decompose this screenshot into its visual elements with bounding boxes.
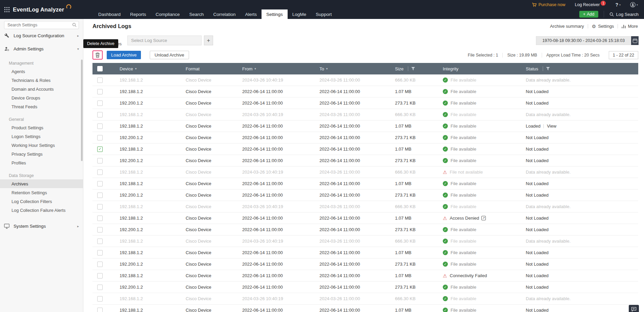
log-receiver-link[interactable]: Log Receiver 1 bbox=[575, 2, 606, 7]
column-header-device[interactable]: Device ▾ bbox=[107, 63, 174, 74]
table-row[interactable]: 192.168.1.2 Cisco Device 2024-03-26 10:4… bbox=[92, 293, 638, 305]
sidebar-item-device-groups[interactable]: Device Groups bbox=[0, 93, 83, 102]
sidebar-item-logon-settings[interactable]: Logon Settings bbox=[0, 132, 83, 141]
row-checkbox[interactable] bbox=[97, 147, 103, 152]
row-checkbox[interactable] bbox=[97, 285, 103, 290]
sidebar-item-retention-settings[interactable]: Retention Settings bbox=[0, 188, 83, 197]
search-settings-input[interactable] bbox=[4, 21, 79, 29]
chat-fab[interactable] bbox=[629, 305, 639, 312]
select-all-checkbox[interactable] bbox=[97, 66, 103, 71]
table-row[interactable]: 192.188.1.2 Cisco Device 2022-06-14 11:0… bbox=[92, 213, 638, 224]
delete-archive-button[interactable] bbox=[92, 50, 103, 60]
nav-tab-search[interactable]: Search bbox=[185, 9, 209, 19]
row-checkbox[interactable] bbox=[97, 101, 103, 106]
table-row[interactable]: 192.200.1.2 Cisco Device 2022-06-14 11:0… bbox=[92, 282, 638, 293]
add-log-source-button[interactable]: + bbox=[204, 36, 213, 45]
user-menu[interactable]: ▾ bbox=[630, 2, 638, 7]
nav-tab-support[interactable]: Support bbox=[311, 9, 336, 19]
nav-tab-alerts[interactable]: Alerts bbox=[240, 9, 262, 19]
table-row[interactable]: 192.188.1.2 Cisco Device 2022-06-14 11:0… bbox=[92, 178, 638, 190]
row-checkbox[interactable] bbox=[97, 204, 103, 209]
purchase-now-link[interactable]: Purchase now bbox=[532, 2, 565, 7]
table-row[interactable]: 192.168.1.2 Cisco Device 2024-03-26 10:4… bbox=[92, 74, 638, 86]
column-header-integrity[interactable]: Integrity bbox=[438, 63, 519, 74]
sidebar-item-archives[interactable]: Archives bbox=[0, 179, 83, 188]
sidebar-item-profiles[interactable]: Profiles bbox=[0, 158, 83, 167]
table-row[interactable]: 192.168.1.2 Cisco Device 2024-03-26 10:4… bbox=[92, 109, 638, 120]
row-checkbox[interactable] bbox=[97, 227, 103, 232]
help-menu[interactable]: ? ▾ bbox=[615, 2, 621, 7]
sidebar-item-threat-feeds[interactable]: Threat Feeds bbox=[0, 102, 83, 111]
sidebar-item-system-settings[interactable]: System Settings ▸ bbox=[0, 220, 83, 232]
nav-tab-dashboard[interactable]: Dashboard bbox=[94, 9, 125, 19]
external-link-icon[interactable]: ↗ bbox=[481, 216, 486, 220]
table-row[interactable]: 192.200.1.2 Cisco Device 2022-06-14 11:0… bbox=[92, 97, 638, 109]
row-checkbox[interactable] bbox=[97, 170, 103, 175]
sidebar-scrollbar[interactable] bbox=[81, 60, 83, 161]
nav-tab-settings[interactable]: Settings bbox=[262, 9, 288, 19]
row-checkbox[interactable] bbox=[97, 89, 103, 94]
sidebar-item-agents[interactable]: Agents bbox=[0, 67, 83, 76]
sidebar-item-technicians-roles[interactable]: Technicians & Roles bbox=[0, 76, 83, 85]
sidebar-item-domain-and-accounts[interactable]: Domain and Accounts bbox=[0, 85, 83, 93]
view-link[interactable]: View bbox=[547, 124, 556, 129]
sidebar-item-log-collection-failure-alerts[interactable]: Log Collection Failure Alerts bbox=[0, 206, 83, 215]
table-row[interactable]: 192.200.1.2 Cisco Device 2022-06-14 11:0… bbox=[92, 132, 638, 143]
table-row[interactable]: 192.168.1.2 Cisco Device 2024-03-26 10:4… bbox=[92, 236, 638, 247]
archive-summary-link[interactable]: Archive summary bbox=[550, 24, 584, 29]
row-checkbox[interactable] bbox=[97, 158, 103, 163]
settings-link[interactable]: ⚙ Settings bbox=[592, 24, 614, 29]
column-header-to[interactable]: To ▾ bbox=[308, 63, 385, 74]
row-checkbox[interactable] bbox=[97, 193, 103, 198]
add-button[interactable]: + Add bbox=[579, 11, 598, 18]
sidebar-item-log-collection-filters[interactable]: Log Collection Filters bbox=[0, 197, 83, 206]
row-checkbox[interactable] bbox=[97, 135, 103, 140]
column-header-size[interactable]: Size bbox=[385, 63, 438, 74]
table-row[interactable]: 192.188.1.2 Cisco Device 2022-06-14 11:0… bbox=[92, 143, 638, 155]
table-row[interactable]: 192.188.1.2 Cisco Device 2022-06-14 11:0… bbox=[92, 120, 638, 132]
calendar-button[interactable] bbox=[631, 36, 639, 45]
column-header-from[interactable]: From ▾ bbox=[231, 63, 308, 74]
row-checkbox[interactable] bbox=[97, 77, 103, 83]
row-checkbox[interactable] bbox=[97, 239, 103, 244]
log-search-button[interactable]: Log Search bbox=[604, 11, 639, 18]
row-checkbox[interactable] bbox=[97, 273, 103, 278]
nav-tab-compliance[interactable]: Compliance bbox=[151, 9, 184, 19]
pagination[interactable]: 1 - 22 of 22 bbox=[609, 51, 638, 59]
column-header-status[interactable]: Status bbox=[519, 63, 638, 74]
table-row[interactable]: 192.200.1.2 Cisco Device 2022-06-14 11:0… bbox=[92, 224, 638, 236]
row-checkbox[interactable] bbox=[97, 216, 103, 221]
filter-icon[interactable] bbox=[411, 67, 415, 70]
sidebar-item-admin-settings[interactable]: Admin Settings ▾ bbox=[0, 43, 83, 55]
sidebar-item-privacy-settings[interactable]: Privacy Settings bbox=[0, 150, 83, 158]
row-checkbox[interactable] bbox=[97, 308, 103, 312]
unload-archive-button[interactable]: Unload Archive bbox=[150, 51, 189, 59]
table-row[interactable]: 192.188.1.2 Cisco Device 2022-06-14 11:0… bbox=[92, 270, 638, 282]
filter-icon[interactable] bbox=[546, 67, 550, 70]
nav-tab-logme[interactable]: LogMe bbox=[288, 9, 311, 19]
sidebar-item-log-source-configuration[interactable]: Log Source Configuration ▸ bbox=[0, 30, 83, 41]
row-checkbox[interactable] bbox=[97, 181, 103, 186]
table-row[interactable]: 192.188.1.2 Cisco Device 2022-06-14 11:0… bbox=[92, 86, 638, 97]
row-checkbox[interactable] bbox=[97, 250, 103, 255]
column-header-format[interactable]: Format bbox=[174, 63, 231, 74]
table-row[interactable]: 192.200.1.2 Cisco Device 2022-06-14 11:0… bbox=[92, 259, 638, 270]
table-row[interactable]: 192.200.1.2 Cisco Device 2022-06-14 11:0… bbox=[92, 155, 638, 166]
table-row[interactable]: 192.168.1.2 Cisco Device 2024-03-26 10:4… bbox=[92, 201, 638, 213]
load-archive-button[interactable]: Load Archive bbox=[107, 51, 141, 59]
date-range-input[interactable]: 1970-08-18 09:30:00 - 2024-03-26 15:18:0… bbox=[536, 36, 631, 45]
log-source-select[interactable]: Select Log Source bbox=[127, 36, 202, 45]
sidebar-item-product-settings[interactable]: Product Settings bbox=[0, 123, 83, 132]
more-link[interactable]: More bbox=[622, 24, 638, 29]
row-checkbox[interactable] bbox=[97, 262, 103, 267]
table-row[interactable]: 192.200.1.2 Cisco Device 2022-06-14 11:0… bbox=[92, 190, 638, 201]
table-row[interactable]: 192.188.1.2 Cisco Device 2022-06-14 11:0… bbox=[92, 305, 638, 312]
table-row[interactable]: 192.188.1.2 Cisco Device 2022-06-14 11:0… bbox=[92, 247, 638, 259]
table-row[interactable]: 192.168.1.2 Cisco Device 2024-03-26 10:4… bbox=[92, 166, 638, 178]
nav-tab-reports[interactable]: Reports bbox=[125, 9, 151, 19]
sidebar-item-working-hour-settings[interactable]: Working Hour Settings bbox=[0, 141, 83, 150]
row-checkbox[interactable] bbox=[97, 124, 103, 129]
apps-grid-icon[interactable] bbox=[4, 7, 9, 12]
nav-tab-correlation[interactable]: Correlation bbox=[208, 9, 240, 19]
row-checkbox[interactable] bbox=[97, 296, 103, 302]
